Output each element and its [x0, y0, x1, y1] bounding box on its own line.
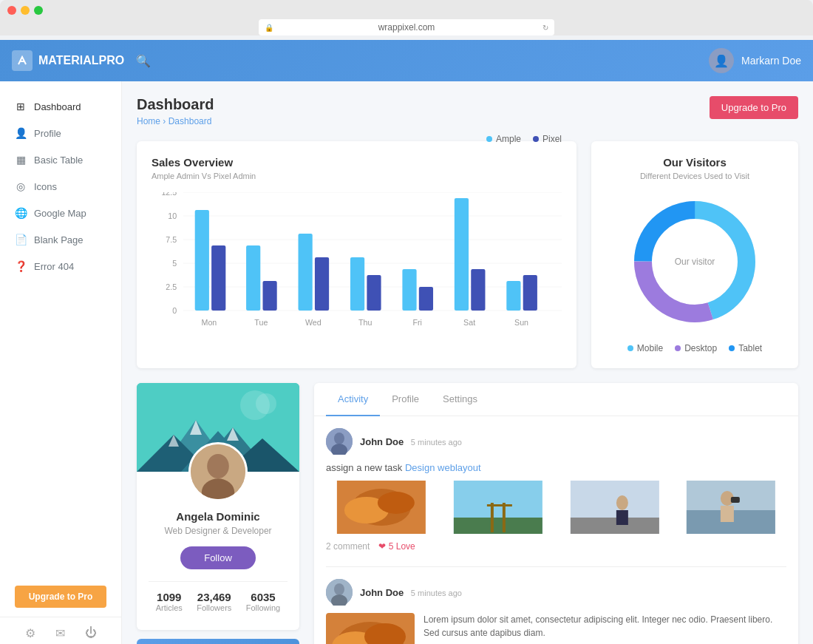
error-icon: ❓ [15, 260, 27, 272]
legend-dot-pixel [533, 136, 539, 142]
post-image-3 [559, 481, 670, 534]
visitors-legend: Mobile Desktop Tablet [606, 343, 783, 353]
page-header: Dashboard Home › Dashboard Upgrade to Pr… [137, 96, 798, 126]
content-area: Dashboard Home › Dashboard Upgrade to Pr… [122, 81, 813, 644]
sidebar-nav: ⊞ Dashboard 👤 Profile ▦ Basic Table ◎ Ic… [0, 93, 121, 577]
sidebar-item-dashboard[interactable]: ⊞ Dashboard [0, 93, 121, 120]
nav-user: 👤 Markarn Doe [709, 48, 801, 73]
legend-tablet: Tablet [729, 343, 762, 353]
post-header-1: John Doe 5 minutes ago [326, 428, 786, 455]
post-actions-1: 2 comment ❤ 5 Love [326, 541, 786, 552]
svg-text:Tue: Tue [254, 319, 268, 327]
donut-chart: Our visitor [606, 195, 783, 328]
table-icon: ▦ [15, 154, 27, 166]
refresh-icon[interactable]: ↻ [542, 24, 548, 32]
svg-rect-59 [454, 518, 542, 534]
sidebar-item-icons[interactable]: ◎ Icons [0, 173, 121, 200]
tab-profile[interactable]: Profile [380, 383, 431, 416]
profile-stats: 1099 Articles 23,469 Followers 6035 [149, 581, 288, 621]
sales-overview-subtitle: Ample Admin Vs Pixel Admin [152, 172, 256, 180]
legend-dot-ample [486, 136, 492, 142]
legend-desktop: Desktop [675, 343, 717, 353]
svg-rect-14 [246, 245, 260, 311]
sidebar-item-profile[interactable]: 👤 Profile [0, 120, 121, 146]
svg-point-65 [616, 495, 627, 510]
avatar: 👤 [709, 48, 734, 73]
svg-text:Fri: Fri [412, 319, 421, 327]
sales-overview-card: Sales Overview Ample Admin Vs Pixel Admi… [137, 141, 576, 368]
post-body-2: Lorem ipsum dolor sit amet, consectetur … [423, 613, 786, 644]
legend-dot-tablet [729, 345, 735, 351]
svg-rect-21 [419, 287, 433, 311]
post-image-2 [443, 481, 554, 534]
dot-close[interactable] [7, 6, 16, 15]
page-title: Dashboard [137, 96, 214, 113]
app-wrapper: MATERIALPRO 🔍 👤 Markarn Doe ⊞ Dashboard [0, 40, 813, 644]
sidebar-item-google-map[interactable]: 🌐 Google Map [0, 200, 121, 226]
search-icon[interactable]: 🔍 [136, 54, 151, 68]
svg-point-52 [334, 433, 344, 444]
post-avatar-1 [326, 428, 353, 455]
post-text-1: assign a new task Design weblayout [326, 462, 786, 473]
svg-rect-19 [367, 275, 381, 311]
svg-rect-16 [299, 234, 313, 311]
icons-icon: ◎ [15, 180, 27, 192]
settings-icon[interactable]: ⚙ [25, 626, 35, 640]
profile-avatar [188, 442, 248, 501]
cards-row: Sales Overview Ample Admin Vs Pixel Admi… [137, 141, 798, 368]
svg-text:12.5: 12.5 [161, 192, 177, 197]
lock-icon: 🔒 [265, 24, 273, 32]
visitors-subtitle: Different Devices Used to Visit [606, 172, 783, 180]
svg-rect-71 [731, 497, 740, 503]
post-header-2: John Doe 5 minutes ago [326, 579, 786, 606]
dot-minimize[interactable] [21, 6, 30, 15]
sidebar-item-blank-page[interactable]: 📄 Blank Page [0, 226, 121, 253]
tab-settings[interactable]: Settings [431, 383, 489, 416]
svg-point-49 [207, 454, 229, 478]
post-divider [326, 566, 786, 567]
sidebar-item-basic-table[interactable]: ▦ Basic Table [0, 146, 121, 173]
svg-text:Thu: Thu [358, 319, 373, 327]
profile-name: Angela Dominic [149, 510, 288, 523]
address-bar[interactable]: 🔒 wrappixel.com ↻ [259, 19, 554, 35]
profile-avatar-wrap [137, 442, 299, 501]
svg-rect-20 [402, 269, 416, 311]
main-container: ⊞ Dashboard 👤 Profile ▦ Basic Table ◎ Ic… [0, 81, 813, 644]
legend-dot-desktop [675, 345, 681, 351]
legend-mobile: Mobile [627, 343, 663, 353]
sidebar: ⊞ Dashboard 👤 Profile ▦ Basic Table ◎ Ic… [0, 81, 122, 644]
contacts-card: My Contacts Checkout my contacts here + [137, 639, 299, 644]
dashboard-icon: ⊞ [15, 101, 27, 112]
nav-brand: MATERIALPRO [12, 50, 130, 71]
page-icon: 📄 [15, 234, 27, 245]
sidebar-item-error-404[interactable]: ❓ Error 404 [0, 253, 121, 279]
post-link-1[interactable]: Design weblayout [405, 462, 481, 473]
post-meta-1: John Doe 5 minutes ago [360, 436, 462, 447]
dot-maximize[interactable] [34, 6, 43, 15]
map-icon: 🌐 [15, 207, 27, 219]
sidebar-upgrade-btn[interactable]: Upgrade to Pro [15, 586, 106, 608]
svg-rect-25 [523, 275, 537, 311]
profile-card: Angela Dominic Web Designer & Developer … [137, 383, 299, 630]
post-thumb [326, 613, 415, 644]
svg-rect-24 [506, 281, 520, 311]
svg-text:2.5: 2.5 [166, 283, 177, 291]
follow-button[interactable]: Follow [180, 546, 256, 569]
legend-pixel: Pixel [533, 134, 562, 144]
upgrade-to-pro-button[interactable]: Upgrade to Pro [710, 96, 798, 119]
svg-text:Mon: Mon [202, 319, 217, 327]
svg-point-57 [378, 492, 415, 514]
mail-icon[interactable]: ✉ [55, 626, 65, 640]
browser-chrome: 🔒 wrappixel.com ↻ [0, 0, 813, 35]
breadcrumb: Home › Dashboard [137, 116, 214, 126]
activity-post-1: John Doe 5 minutes ago assign a new task… [326, 428, 786, 552]
user-name: Markarn Doe [741, 55, 801, 67]
stat-articles: 1099 Articles [156, 591, 183, 612]
svg-text:7.5: 7.5 [166, 236, 177, 244]
browser-dots [7, 6, 806, 15]
love-icon-1[interactable]: ❤ 5 Love [378, 541, 415, 552]
power-icon[interactable]: ⏻ [85, 626, 97, 640]
activity-content: John Doe 5 minutes ago assign a new task… [314, 416, 798, 644]
sales-overview-title: Sales Overview [152, 156, 256, 169]
tab-activity[interactable]: Activity [326, 383, 380, 416]
